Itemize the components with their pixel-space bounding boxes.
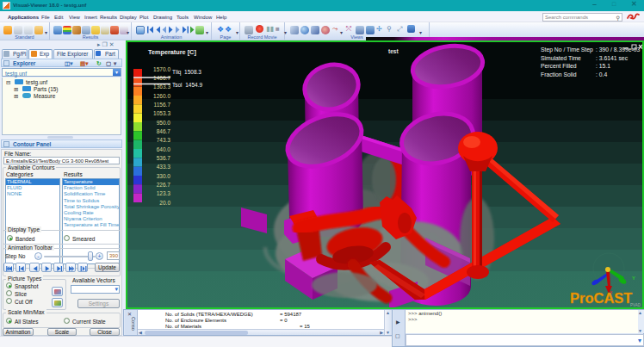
svg-text:123.3: 123.3 (157, 190, 171, 196)
svg-text:640.0: 640.0 (157, 146, 171, 152)
svg-text:20.0: 20.0 (159, 200, 170, 206)
svg-text:950.0: 950.0 (157, 120, 171, 126)
svg-text:PVAD: PVAD (630, 303, 641, 307)
svg-text:Tsol 1454.9: Tsol 1454.9 (172, 82, 202, 88)
svg-text:846.7: 846.7 (157, 128, 171, 134)
svg-text:Simulated Time: Simulated Time (541, 55, 581, 61)
svg-text:ProCAST: ProCAST (570, 290, 632, 306)
svg-text:536.7: 536.7 (157, 155, 171, 161)
svg-text:: 0.4: : 0.4 (596, 71, 607, 77)
svg-text:test: test (388, 48, 399, 54)
svg-text:Fraction Solid: Fraction Solid (541, 71, 577, 77)
svg-text:1570.0: 1570.0 (153, 66, 170, 72)
svg-text:Y: Y (632, 276, 635, 281)
svg-text:330.0: 330.0 (157, 173, 171, 179)
svg-text:1053.3: 1053.3 (153, 110, 170, 116)
svg-text:433.3: 433.3 (157, 164, 171, 170)
svg-text:: 3.6141 sec: : 3.6141 sec (596, 55, 629, 61)
svg-text:Step No / Time Step: Step No / Time Step (541, 46, 593, 53)
svg-text:: 15.1: : 15.1 (596, 63, 610, 69)
svg-text:743.3: 743.3 (157, 137, 171, 143)
svg-text:: 390 / 8.399e-03: : 390 / 8.399e-03 (596, 46, 641, 53)
svg-text:1156.7: 1156.7 (154, 102, 171, 108)
svg-text:Tliq 1508.3: Tliq 1508.3 (172, 69, 201, 76)
svg-text:1260.0: 1260.0 (153, 93, 170, 99)
svg-text:Percent Filled: Percent Filled (541, 63, 577, 69)
svg-text:Temperature [C]: Temperature [C] (148, 48, 196, 56)
svg-text:1363.3: 1363.3 (153, 84, 170, 90)
svg-text:226.7: 226.7 (157, 182, 171, 188)
